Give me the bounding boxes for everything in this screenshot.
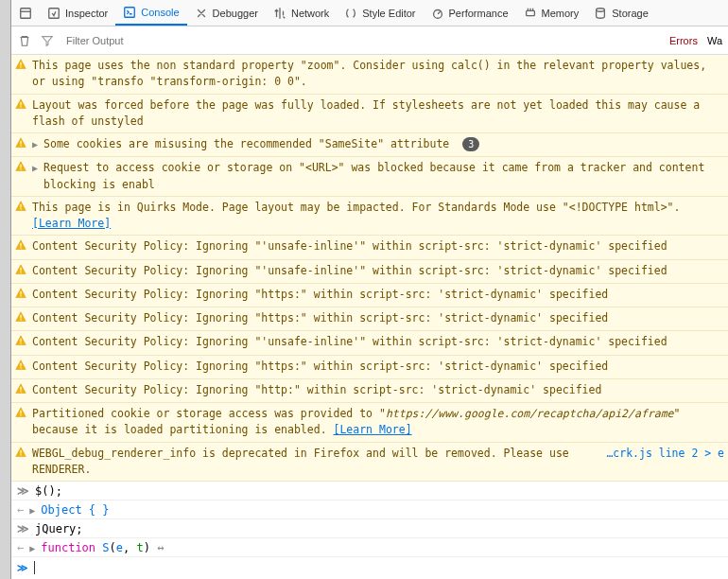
console-row[interactable]: This page is in Quirks Mode. Page layout… <box>11 197 728 237</box>
repl-input-text: $(); <box>35 484 62 498</box>
tab-memory[interactable]: Memory <box>516 0 587 26</box>
tab-performance[interactable]: Performance <box>424 0 516 26</box>
left-strip <box>0 0 11 579</box>
tab-console[interactable]: Console <box>115 0 186 26</box>
warning-icon <box>15 161 26 177</box>
source-link[interactable]: …crk.js line 2 > e <box>606 446 724 462</box>
msg-text: Content Security Policy: Ignoring "'unsa… <box>32 334 724 350</box>
filter-icon[interactable] <box>40 33 55 48</box>
tab-debugger[interactable]: Debugger <box>187 0 266 26</box>
input-prompt-icon: ≫ <box>17 484 29 498</box>
svg-rect-32 <box>20 387 21 391</box>
msg-text: Content Security Policy: Ignoring "https… <box>32 359 724 375</box>
svg-rect-11 <box>20 66 21 67</box>
warning-icon <box>15 98 26 114</box>
inspector-icon <box>47 7 61 20</box>
console-row[interactable]: WEBGL_debug_renderer_info is deprecated … <box>11 443 728 482</box>
svg-rect-22 <box>20 267 21 271</box>
svg-rect-31 <box>20 367 21 368</box>
svg-rect-15 <box>20 145 21 146</box>
warning-icon <box>15 383 26 399</box>
tab-label: Memory <box>542 8 580 19</box>
input-prompt-icon: ≫ <box>17 562 28 574</box>
svg-rect-10 <box>20 62 21 66</box>
console-row[interactable]: Partitioned cookie or storage access was… <box>11 403 728 443</box>
msg-text: This page is in Quirks Mode. Page layout… <box>32 200 724 233</box>
dock-icon <box>19 7 32 20</box>
svg-rect-36 <box>20 449 21 453</box>
expand-arrow-icon[interactable]: ▶ <box>29 543 35 553</box>
tab-style[interactable]: Style Editor <box>337 0 423 26</box>
msg-text: Some cookies are misusing the recommende… <box>43 136 724 152</box>
warning-icon <box>15 288 26 304</box>
svg-rect-28 <box>20 339 21 342</box>
console-row[interactable]: Content Security Policy: Ignoring "'unsa… <box>11 236 728 259</box>
repl-output-text[interactable]: function S(e, t) ↔ <box>41 541 164 554</box>
svg-rect-17 <box>20 169 21 170</box>
network-icon <box>273 7 286 20</box>
svg-rect-29 <box>20 343 21 344</box>
warning-icon <box>15 59 26 75</box>
tab-label: Console <box>141 7 179 18</box>
msg-text: Partitioned cookie or storage access was… <box>32 406 724 439</box>
svg-rect-13 <box>20 106 21 107</box>
expand-arrow-icon[interactable]: ▶ <box>32 137 38 151</box>
svg-rect-0 <box>21 8 31 18</box>
warning-icon <box>15 447 26 463</box>
tab-label: Inspector <box>65 8 108 19</box>
repl-area: ≫$(); ←▶Object { } ≫jQuery; ←▶function S… <box>11 482 728 557</box>
console-row[interactable]: ▶Some cookies are misusing the recommend… <box>11 133 728 157</box>
tab-inspector[interactable]: Inspector <box>40 0 115 26</box>
output-prompt-icon: ← <box>17 541 24 554</box>
msg-text: WEBGL_debug_renderer_info is deprecated … <box>32 446 600 479</box>
svg-rect-23 <box>20 272 21 272</box>
warning-icon <box>15 137 26 153</box>
console-row[interactable]: Layout was forced before the page was fu… <box>11 95 728 134</box>
console-row[interactable]: ▶Request to access cookie or storage on … <box>11 157 728 197</box>
warnings-button[interactable]: Wa <box>707 35 722 46</box>
tab-network[interactable]: Network <box>266 0 337 26</box>
svg-rect-37 <box>20 454 21 455</box>
tab-label: Debugger <box>213 8 258 19</box>
svg-rect-18 <box>20 204 21 208</box>
expand-arrow-icon[interactable]: ▶ <box>32 161 38 175</box>
msg-text: Layout was forced before the page was fu… <box>32 97 724 131</box>
svg-rect-27 <box>20 319 21 320</box>
console-row[interactable]: Content Security Policy: Ignoring "https… <box>11 307 728 331</box>
console-row[interactable]: Content Security Policy: Ignoring "https… <box>11 284 728 307</box>
input-cursor <box>34 561 35 574</box>
console-row[interactable]: Content Security Policy: Ignoring "'unsa… <box>11 260 728 284</box>
tab-dock-icon[interactable] <box>11 0 40 26</box>
warning-icon <box>15 311 26 327</box>
console-row[interactable]: Content Security Policy: Ignoring "http:… <box>11 379 728 403</box>
warning-icon <box>15 360 26 376</box>
svg-rect-21 <box>20 248 21 249</box>
console-messages: This page uses the non standard property… <box>11 55 728 482</box>
console-row[interactable]: Content Security Policy: Ignoring "'unsa… <box>11 331 728 355</box>
learn-more-link[interactable]: [Learn More] <box>334 423 412 436</box>
repl-input-row: ≫$(); <box>11 482 728 500</box>
expand-arrow-icon[interactable]: ▶ <box>29 505 35 516</box>
console-icon <box>123 6 136 19</box>
console-row[interactable]: Content Security Policy: Ignoring "https… <box>11 356 728 379</box>
warning-icon <box>15 201 26 217</box>
svg-rect-16 <box>20 165 21 168</box>
svg-rect-25 <box>20 295 21 296</box>
repl-output-text[interactable]: Object { } <box>41 503 109 517</box>
errors-button[interactable]: Errors <box>669 35 698 46</box>
clear-icon[interactable] <box>17 33 32 48</box>
console-row[interactable]: This page uses the non standard property… <box>11 55 728 95</box>
warning-icon <box>15 407 26 423</box>
msg-text: Content Security Policy: Ignoring "'unsa… <box>32 263 724 279</box>
repl-input-row: ≫jQuery; <box>11 519 728 538</box>
msg-text: Content Security Policy: Ignoring "https… <box>32 310 724 326</box>
msg-text: Content Security Policy: Ignoring "'unsa… <box>32 238 724 254</box>
learn-more-link[interactable]: [Learn More] <box>32 217 111 230</box>
tab-label: Performance <box>449 8 509 19</box>
console-input-line[interactable]: ≫ <box>11 557 728 578</box>
svg-rect-26 <box>20 315 21 319</box>
filter-input[interactable] <box>62 31 662 50</box>
repl-output-row: ←▶function S(e, t) ↔ <box>11 538 728 557</box>
svg-point-9 <box>597 8 605 11</box>
tab-storage[interactable]: Storage <box>586 0 656 26</box>
